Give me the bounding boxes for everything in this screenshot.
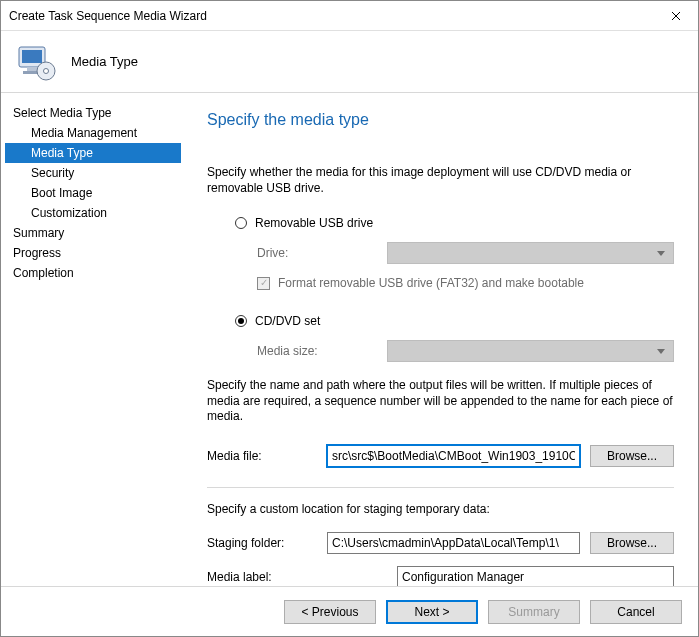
usb-drive-dropdown bbox=[387, 242, 674, 264]
usb-drive-label: Drive: bbox=[257, 246, 377, 260]
summary-button: Summary bbox=[488, 600, 580, 624]
media-label-row: Media label: bbox=[207, 566, 674, 586]
radio-cddvd-label: CD/DVD set bbox=[255, 314, 320, 328]
next-button[interactable]: Next > bbox=[386, 600, 478, 624]
wizard-header: Media Type bbox=[1, 31, 698, 93]
radio-usb[interactable]: Removable USB drive bbox=[235, 216, 674, 230]
sidebar-item-media-management[interactable]: Media Management bbox=[5, 123, 181, 143]
media-file-row: Media file: Browse... bbox=[207, 445, 674, 467]
sidebar-item-boot-image[interactable]: Boot Image bbox=[5, 183, 181, 203]
sidebar-item-progress[interactable]: Progress bbox=[5, 243, 181, 263]
sidebar-item-completion[interactable]: Completion bbox=[5, 263, 181, 283]
staging-folder-input[interactable] bbox=[327, 532, 580, 554]
media-icon bbox=[15, 41, 57, 83]
media-size-dropdown bbox=[387, 340, 674, 362]
previous-button[interactable]: < Previous bbox=[284, 600, 376, 624]
checkbox-icon: ✓ bbox=[257, 277, 270, 290]
media-label-label: Media label: bbox=[207, 570, 317, 584]
radio-icon bbox=[235, 315, 247, 327]
close-icon bbox=[671, 11, 681, 21]
media-file-input[interactable] bbox=[327, 445, 580, 467]
header-title: Media Type bbox=[71, 54, 138, 69]
media-label-input[interactable] bbox=[397, 566, 674, 586]
titlebar: Create Task Sequence Media Wizard bbox=[1, 1, 698, 31]
page-heading: Specify the media type bbox=[207, 111, 674, 129]
media-size-field: Media size: bbox=[257, 340, 674, 362]
sidebar-item-summary[interactable]: Summary bbox=[5, 223, 181, 243]
staging-folder-label: Staging folder: bbox=[207, 536, 317, 550]
media-file-browse-button[interactable]: Browse... bbox=[590, 445, 674, 467]
cancel-button[interactable]: Cancel bbox=[590, 600, 682, 624]
wizard-window: Create Task Sequence Media Wizard Media … bbox=[0, 0, 699, 637]
svg-point-5 bbox=[44, 68, 49, 73]
sidebar-item-select-media-type[interactable]: Select Media Type bbox=[5, 103, 181, 123]
main-panel: Specify the media type Specify whether t… bbox=[181, 93, 698, 586]
usb-format-label: Format removable USB drive (FAT32) and m… bbox=[278, 276, 584, 290]
media-file-label: Media file: bbox=[207, 449, 317, 463]
usb-format-checkbox-row: ✓ Format removable USB drive (FAT32) and… bbox=[257, 276, 674, 290]
usb-drive-field: Drive: bbox=[257, 242, 674, 264]
sidebar-item-media-type[interactable]: Media Type bbox=[5, 143, 181, 163]
divider bbox=[207, 487, 674, 488]
radio-cddvd[interactable]: CD/DVD set bbox=[235, 314, 674, 328]
path-text: Specify the name and path where the outp… bbox=[207, 378, 674, 425]
staging-text: Specify a custom location for staging te… bbox=[207, 502, 674, 518]
footer: < Previous Next > Summary Cancel bbox=[1, 586, 698, 636]
radio-icon bbox=[235, 217, 247, 229]
media-size-label: Media size: bbox=[257, 344, 377, 358]
staging-browse-button[interactable]: Browse... bbox=[590, 532, 674, 554]
window-title: Create Task Sequence Media Wizard bbox=[9, 9, 654, 23]
sidebar-item-customization[interactable]: Customization bbox=[5, 203, 181, 223]
close-button[interactable] bbox=[654, 1, 698, 31]
svg-rect-1 bbox=[22, 50, 42, 63]
staging-folder-row: Staging folder: Browse... bbox=[207, 532, 674, 554]
intro-text: Specify whether the media for this image… bbox=[207, 165, 674, 196]
sidebar-item-security[interactable]: Security bbox=[5, 163, 181, 183]
sidebar: Select Media Type Media Management Media… bbox=[1, 93, 181, 586]
wizard-body: Select Media Type Media Management Media… bbox=[1, 93, 698, 586]
radio-usb-label: Removable USB drive bbox=[255, 216, 373, 230]
svg-rect-2 bbox=[27, 67, 37, 71]
